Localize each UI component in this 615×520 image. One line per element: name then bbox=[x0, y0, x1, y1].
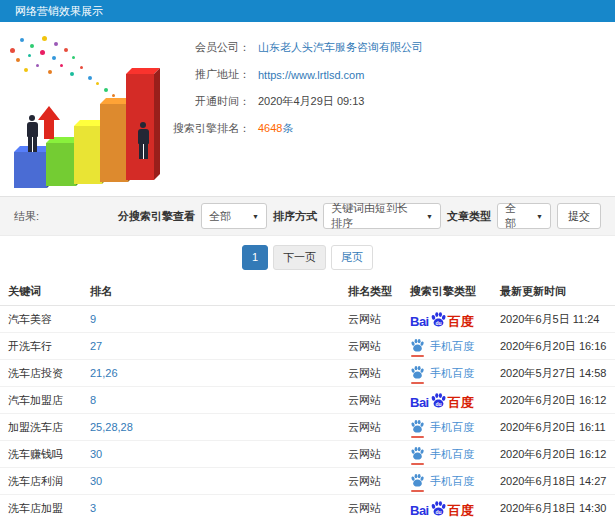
rank-count: 4648 bbox=[258, 122, 282, 134]
page-button-current[interactable]: 1 bbox=[242, 245, 268, 270]
keyword-cell: 洗车店投资 bbox=[0, 360, 82, 387]
mobile-baidu-label: 手机百度 bbox=[430, 341, 474, 352]
mobile-baidu-logo: 手机百度 bbox=[410, 419, 474, 436]
keyword-cell: 洗车赚钱吗 bbox=[0, 441, 82, 468]
chevron-down-icon: ▼ bbox=[426, 213, 433, 220]
rank-link[interactable]: 30 bbox=[90, 448, 102, 460]
page-title: 网络营销效果展示 bbox=[15, 5, 103, 17]
last-page-button[interactable]: 尾页 bbox=[331, 245, 373, 270]
svg-text:du: du bbox=[435, 320, 441, 326]
rank-type-cell: 云网站 bbox=[340, 441, 402, 468]
rank-link[interactable]: 21,26 bbox=[90, 367, 118, 379]
chevron-down-icon: ▼ bbox=[252, 213, 259, 220]
rank-cell: 21,26 bbox=[82, 360, 340, 387]
col-keyword: 关键词 bbox=[0, 278, 82, 306]
baidu-logo: Bai du 百度 bbox=[410, 311, 474, 328]
baidu-logo-cn: 百度 bbox=[448, 504, 474, 517]
rank-cell: 27 bbox=[82, 333, 340, 360]
mobile-baidu-label: 手机百度 bbox=[430, 449, 474, 460]
baidu-logo-cn: 百度 bbox=[448, 315, 474, 328]
rank-link[interactable]: 27 bbox=[90, 340, 102, 352]
rank-cell: 25,28,28 bbox=[82, 414, 340, 441]
chart-bar bbox=[100, 104, 128, 182]
chart-bar bbox=[14, 152, 47, 188]
page: 网络营销效果展示 会员公司： 山东老人头汽车服务咨询有限公司 推广地址： htt… bbox=[0, 0, 615, 520]
rank-type-cell: 云网站 bbox=[340, 495, 402, 520]
submit-button[interactable]: 提交 bbox=[557, 203, 601, 229]
baidu-logo: Bai du 百度 bbox=[410, 500, 474, 517]
filter-bar: 结果: 分搜索引擎查看 全部 ▼ 排序方式 关键词由短到长排序 ▼ 文章类型 全… bbox=[0, 196, 615, 236]
chart-bar bbox=[46, 143, 76, 186]
rank-type-cell: 云网站 bbox=[340, 387, 402, 414]
baidu-logo: Bai du 百度 bbox=[410, 392, 474, 409]
engine-cell: 手机百度 bbox=[402, 468, 492, 495]
rank-cell: 3 bbox=[82, 495, 340, 520]
engine-rank-value: 4648条 bbox=[258, 121, 293, 136]
table-row: 洗车店投资21,26云网站 手机百度2020年5月27日 14:58 bbox=[0, 360, 615, 387]
col-rank-type: 排名类型 bbox=[340, 278, 402, 306]
engine-cell: Bai du 百度 bbox=[402, 306, 492, 333]
mobile-baidu-paw-icon bbox=[410, 419, 425, 436]
results-table: 关键词 排名 排名类型 搜索引擎类型 最新更新时间 汽车美容9云网站Bai du… bbox=[0, 278, 615, 520]
engine-filter-select[interactable]: 全部 ▼ bbox=[201, 203, 267, 229]
mobile-baidu-label: 手机百度 bbox=[430, 368, 474, 379]
svg-text:du: du bbox=[435, 509, 441, 515]
col-updated: 最新更新时间 bbox=[492, 278, 615, 306]
promo-url-link[interactable]: https://www.lrtlsd.com bbox=[258, 69, 364, 81]
baidu-logo-bai: Bai bbox=[410, 396, 429, 409]
updated-cell: 2020年5月27日 14:58 bbox=[492, 360, 615, 387]
next-page-button[interactable]: 下一页 bbox=[273, 245, 326, 270]
table-row: 开洗车行27云网站 手机百度2020年6月20日 16:16 bbox=[0, 333, 615, 360]
engine-cell: 手机百度 bbox=[402, 333, 492, 360]
company-link[interactable]: 山东老人头汽车服务咨询有限公司 bbox=[258, 40, 423, 55]
businessman-figure-left bbox=[24, 115, 40, 152]
mobile-baidu-paw-icon bbox=[410, 446, 425, 463]
title-bar: 网络营销效果展示 bbox=[0, 0, 615, 22]
keyword-cell: 汽车美容 bbox=[0, 306, 82, 333]
table-row: 洗车赚钱吗30云网站 手机百度2020年6月20日 16:12 bbox=[0, 441, 615, 468]
rank-cell: 9 bbox=[82, 306, 340, 333]
keyword-cell: 洗车店利润 bbox=[0, 468, 82, 495]
article-type-label: 文章类型 bbox=[447, 209, 491, 224]
engine-cell: 手机百度 bbox=[402, 414, 492, 441]
sort-filter-value: 关键词由短到长排序 bbox=[331, 201, 416, 231]
baidu-paw-icon bbox=[410, 338, 425, 353]
pagination: 1 下一页 尾页 bbox=[0, 236, 615, 278]
table-row: 汽车加盟店8云网站Bai du 百度2020年6月20日 16:12 bbox=[0, 387, 615, 414]
updated-cell: 2020年6月20日 16:11 bbox=[492, 414, 615, 441]
keyword-cell: 开洗车行 bbox=[0, 333, 82, 360]
chevron-down-icon: ▼ bbox=[536, 213, 543, 220]
rank-type-cell: 云网站 bbox=[340, 414, 402, 441]
rank-link[interactable]: 25,28,28 bbox=[90, 421, 133, 433]
rank-cell: 30 bbox=[82, 468, 340, 495]
updated-cell: 2020年6月18日 14:27 bbox=[492, 468, 615, 495]
businessman-figure-right bbox=[135, 122, 151, 159]
baidu-paw-icon bbox=[410, 446, 425, 461]
updated-cell: 2020年6月5日 11:24 bbox=[492, 306, 615, 333]
open-time-value: 2020年4月29日 09:13 bbox=[258, 94, 364, 109]
mobile-baidu-logo: 手机百度 bbox=[410, 338, 474, 355]
up-arrow-icon bbox=[38, 106, 60, 140]
engine-cell: 手机百度 bbox=[402, 441, 492, 468]
col-rank: 排名 bbox=[82, 278, 340, 306]
chart-bar bbox=[74, 126, 102, 184]
rank-cell: 30 bbox=[82, 441, 340, 468]
table-row: 汽车美容9云网站Bai du 百度2020年6月5日 11:24 bbox=[0, 306, 615, 333]
baidu-paw-icon: du bbox=[430, 500, 447, 517]
sort-filter-select[interactable]: 关键词由短到长排序 ▼ bbox=[323, 203, 441, 229]
article-type-select[interactable]: 全部 ▼ bbox=[497, 203, 551, 229]
mobile-baidu-label: 手机百度 bbox=[430, 476, 474, 487]
rank-link[interactable]: 30 bbox=[90, 475, 102, 487]
result-label: 结果: bbox=[14, 209, 39, 224]
engine-cell: 手机百度 bbox=[402, 360, 492, 387]
updated-cell: 2020年6月20日 16:16 bbox=[492, 333, 615, 360]
rank-link[interactable]: 9 bbox=[90, 313, 96, 325]
rank-link[interactable]: 8 bbox=[90, 394, 96, 406]
baidu-paw-icon bbox=[410, 365, 425, 380]
svg-text:du: du bbox=[435, 401, 441, 407]
mobile-baidu-paw-icon bbox=[410, 338, 425, 355]
mobile-baidu-paw-icon bbox=[410, 473, 425, 490]
rank-link[interactable]: 3 bbox=[90, 502, 96, 514]
engine-filter-value: 全部 bbox=[209, 209, 231, 224]
engine-filter-label: 分搜索引擎查看 bbox=[118, 209, 195, 224]
